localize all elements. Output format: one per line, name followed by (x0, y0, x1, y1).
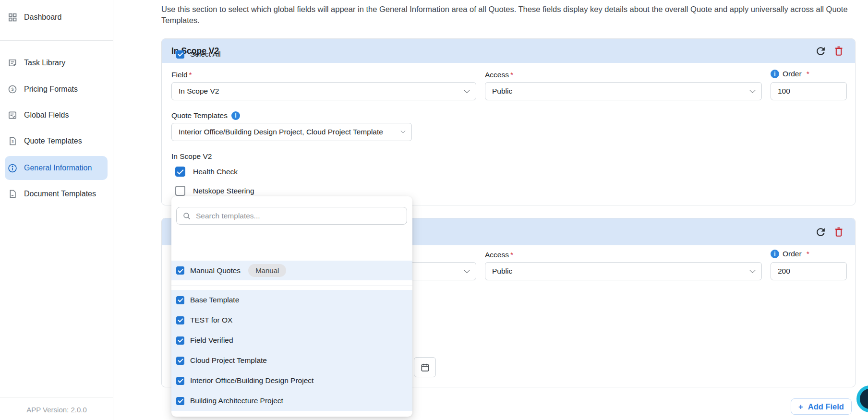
option-template[interactable]: Base Template (171, 290, 412, 310)
access-label: Access* (485, 71, 513, 79)
sidebar-item-pricing-formats[interactable]: $ Pricing Formats (5, 79, 108, 100)
access-select[interactable]: Public (485, 262, 762, 280)
section-description: Use this section to select which global … (161, 4, 861, 26)
checkbox-checked-icon[interactable] (176, 397, 184, 405)
checkbox-row-health-check[interactable]: Health Check (175, 167, 238, 177)
search-icon (182, 212, 191, 220)
template-options-list: Base Template TEST for OX Field Verified… (171, 290, 412, 411)
refresh-icon (815, 45, 827, 57)
access-select-value: Public (492, 267, 512, 276)
checkbox-group-label: In Scope V2 (171, 152, 212, 161)
sidebar-item-dashboard[interactable]: Dashboard (5, 7, 108, 28)
option-template[interactable]: Building Architecture Project (171, 391, 412, 411)
option-label: TEST for OX (190, 316, 232, 324)
refresh-button[interactable] (814, 44, 827, 58)
plus-icon: + (798, 402, 803, 411)
order-label: Order* (771, 70, 809, 78)
sidebar-item-label: Pricing Formats (24, 85, 78, 94)
sidebar-item-global-fields[interactable]: Global Fields (5, 105, 108, 126)
add-field-label: Add Field (808, 402, 844, 411)
delete-button[interactable] (832, 44, 845, 58)
template-search[interactable] (176, 207, 407, 225)
document-icon (8, 189, 17, 199)
sidebar-item-label: Document Templates (24, 190, 96, 198)
sidebar-item-label: Global Fields (24, 111, 69, 120)
select-all-option[interactable]: Select All (171, 46, 412, 62)
quote-templates-label: Quote Templates (171, 111, 240, 120)
checkbox-label: Health Check (193, 168, 238, 176)
manual-badge: Manual (248, 264, 286, 277)
quote-templates-multiselect[interactable]: Interior Office/Building Design Project,… (171, 123, 412, 141)
chevron-down-icon (749, 87, 756, 93)
checkbox-checked-icon[interactable] (176, 266, 184, 275)
option-template[interactable]: Cloud Project Template (171, 350, 412, 371)
checkbox-row-netskope-steering[interactable]: Netskope Steering (175, 186, 254, 196)
delete-button[interactable] (832, 225, 845, 239)
checkbox-checked-icon[interactable] (176, 50, 184, 59)
field-select[interactable]: In Scope V2 (171, 82, 476, 100)
chat-widget-button[interactable] (856, 385, 868, 412)
panel-divider (171, 286, 412, 286)
dollar-document-icon: $ (8, 136, 17, 146)
refresh-button[interactable] (814, 225, 827, 239)
field-label: Field* (171, 71, 192, 79)
chevron-down-icon (749, 267, 756, 273)
search-input[interactable] (196, 212, 401, 220)
checklist-icon (8, 110, 17, 120)
sidebar-item-general-information[interactable]: General Information (5, 156, 108, 180)
sidebar-item-label: Quote Templates (24, 137, 82, 145)
info-icon[interactable] (231, 111, 240, 120)
option-label: Building Architecture Project (190, 396, 283, 405)
date-picker-button[interactable] (414, 357, 436, 377)
checkbox-label: Netskope Steering (193, 187, 254, 195)
option-label: Cloud Project Template (190, 356, 267, 365)
app-window: Dashboard Task Library $ Pricing Formats… (0, 0, 868, 420)
checkbox-unchecked-icon[interactable] (175, 186, 185, 196)
option-label: Select All (190, 50, 221, 59)
checkbox-checked-icon[interactable] (176, 357, 184, 365)
field-select-value: In Scope V2 (179, 87, 219, 96)
option-template[interactable]: TEST for OX (171, 310, 412, 330)
order-input[interactable] (771, 262, 847, 280)
calendar-icon (420, 362, 430, 372)
info-icon[interactable] (771, 70, 779, 78)
dashboard-grid-icon (8, 12, 17, 22)
order-input[interactable] (771, 82, 847, 100)
sidebar-item-label: Task Library (24, 59, 65, 67)
chevron-down-icon (401, 128, 406, 133)
checkbox-checked-icon[interactable] (176, 316, 184, 324)
trash-icon (833, 226, 844, 238)
checkbox-checked-icon[interactable] (176, 377, 184, 385)
sidebar-divider (0, 397, 113, 397)
refresh-icon (815, 226, 827, 238)
add-field-button[interactable]: + Add Field (791, 398, 852, 415)
quote-templates-value: Interior Office/Building Design Project,… (179, 128, 383, 136)
option-label: Interior Office/Building Design Project (190, 376, 313, 385)
access-select[interactable]: Public (485, 82, 762, 100)
option-manual-quotes[interactable]: Manual Quotes Manual (171, 261, 412, 280)
field-card-in-scope-v2: In Scope V2 Field* In Scope V2 Access* (161, 38, 856, 205)
sidebar: Dashboard Task Library $ Pricing Formats… (0, 0, 113, 420)
svg-text:$: $ (12, 139, 14, 144)
templates-dropdown-panel: Select All Manual Quotes Manual Base Tem… (171, 196, 412, 417)
sidebar-item-document-templates[interactable]: Document Templates (5, 183, 108, 204)
order-label: Order* (771, 250, 809, 258)
dollar-circle-icon: $ (8, 84, 17, 94)
info-icon[interactable] (771, 250, 779, 258)
option-label: Manual Quotes (190, 266, 241, 275)
access-select-value: Public (492, 87, 512, 96)
app-version: APP Version: 2.0.0 (0, 406, 113, 414)
sidebar-item-task-library[interactable]: Task Library (5, 52, 108, 73)
option-template[interactable]: Interior Office/Building Design Project (171, 371, 412, 391)
sidebar-item-label: Dashboard (24, 13, 61, 22)
access-label: Access* (485, 251, 513, 259)
trash-icon (833, 45, 844, 57)
option-label: Field Verified (190, 336, 233, 345)
option-template[interactable]: Field Verified (171, 330, 412, 350)
sidebar-item-quote-templates[interactable]: $ Quote Templates (5, 131, 108, 152)
option-label: Base Template (190, 296, 239, 304)
checkbox-checked-icon[interactable] (176, 336, 184, 345)
checkbox-checked-icon[interactable] (175, 167, 185, 177)
checkbox-checked-icon[interactable] (176, 296, 184, 304)
chevron-down-icon (464, 267, 470, 273)
